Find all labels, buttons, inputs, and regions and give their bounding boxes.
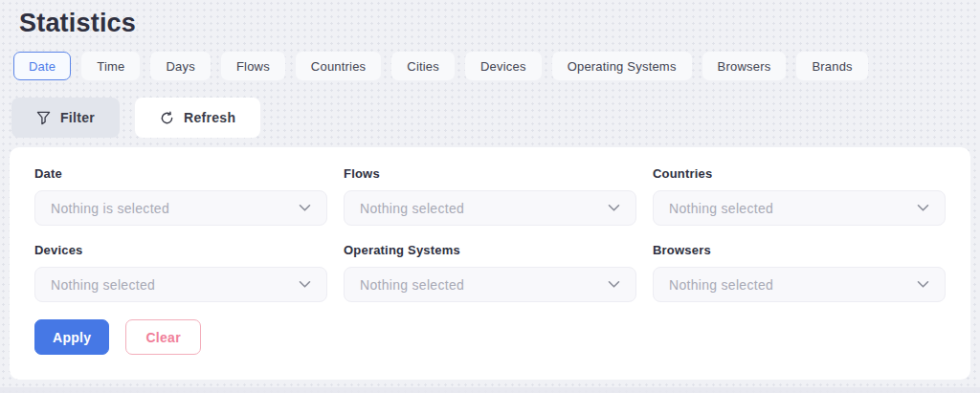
tab-browsers[interactable]: Browsers bbox=[702, 52, 787, 80]
field-countries: Countries Nothing selected bbox=[653, 166, 946, 226]
page-header: Statistics bbox=[0, 0, 980, 38]
devices-select-value: Nothing selected bbox=[51, 277, 155, 293]
tab-countries[interactable]: Countries bbox=[296, 52, 381, 80]
flows-select[interactable]: Nothing selected bbox=[344, 190, 636, 226]
browsers-select[interactable]: Nothing selected bbox=[653, 267, 946, 302]
field-label-browsers: Browsers bbox=[653, 243, 946, 258]
field-label-flows: Flows bbox=[344, 166, 636, 182]
tab-operating-systems[interactable]: Operating Systems bbox=[552, 52, 692, 80]
operating-systems-select[interactable]: Nothing selected bbox=[344, 267, 636, 302]
tabs-bar: Date Time Days Flows Countries Cities De… bbox=[13, 52, 967, 80]
field-label-devices: Devices bbox=[34, 243, 327, 258]
chevron-down-icon bbox=[299, 280, 311, 289]
tab-brands[interactable]: Brands bbox=[796, 52, 867, 80]
refresh-button[interactable]: Refresh bbox=[135, 98, 260, 138]
flows-select-value: Nothing selected bbox=[360, 201, 464, 216]
fields-grid: Date Nothing is selected Flows Nothing s… bbox=[34, 166, 946, 302]
field-label-operating-systems: Operating Systems bbox=[344, 243, 636, 258]
tab-days[interactable]: Days bbox=[150, 52, 210, 80]
chevron-down-icon bbox=[608, 280, 620, 289]
tab-date[interactable]: Date bbox=[13, 52, 71, 80]
filter-button-label: Filter bbox=[60, 110, 95, 125]
tab-time[interactable]: Time bbox=[81, 52, 140, 80]
field-label-date: Date bbox=[34, 166, 327, 182]
bottom-strip bbox=[0, 387, 980, 393]
panel-actions: Apply Clear bbox=[34, 319, 946, 355]
countries-select[interactable]: Nothing selected bbox=[653, 190, 946, 226]
clear-button[interactable]: Clear bbox=[125, 319, 201, 355]
refresh-button-label: Refresh bbox=[184, 110, 235, 125]
field-label-countries: Countries bbox=[653, 166, 946, 182]
browsers-select-value: Nothing selected bbox=[669, 277, 773, 293]
apply-button[interactable]: Apply bbox=[34, 319, 109, 355]
chevron-down-icon bbox=[299, 204, 311, 212]
refresh-icon bbox=[160, 111, 174, 125]
tab-devices[interactable]: Devices bbox=[465, 52, 542, 80]
funnel-icon bbox=[36, 111, 51, 125]
field-browsers: Browsers Nothing selected bbox=[653, 243, 946, 302]
tab-cities[interactable]: Cities bbox=[391, 52, 455, 80]
field-operating-systems: Operating Systems Nothing selected bbox=[344, 243, 636, 302]
filter-button[interactable]: Filter bbox=[11, 98, 120, 138]
filter-panel: Date Nothing is selected Flows Nothing s… bbox=[10, 147, 970, 380]
chevron-down-icon bbox=[917, 280, 929, 289]
countries-select-value: Nothing selected bbox=[669, 201, 773, 216]
operating-systems-select-value: Nothing selected bbox=[360, 277, 464, 293]
date-select[interactable]: Nothing is selected bbox=[34, 190, 327, 226]
field-devices: Devices Nothing selected bbox=[34, 243, 327, 302]
toolbar: Filter Refresh bbox=[11, 98, 969, 138]
field-date: Date Nothing is selected bbox=[34, 166, 327, 226]
statistics-page: Statistics Date Time Days Flows Countrie… bbox=[0, 0, 980, 393]
field-flows: Flows Nothing selected bbox=[344, 166, 636, 226]
devices-select[interactable]: Nothing selected bbox=[34, 267, 327, 302]
chevron-down-icon bbox=[608, 204, 620, 212]
page-title: Statistics bbox=[19, 9, 961, 38]
date-select-value: Nothing is selected bbox=[51, 201, 169, 216]
chevron-down-icon bbox=[917, 204, 929, 212]
tab-flows[interactable]: Flows bbox=[221, 52, 285, 80]
